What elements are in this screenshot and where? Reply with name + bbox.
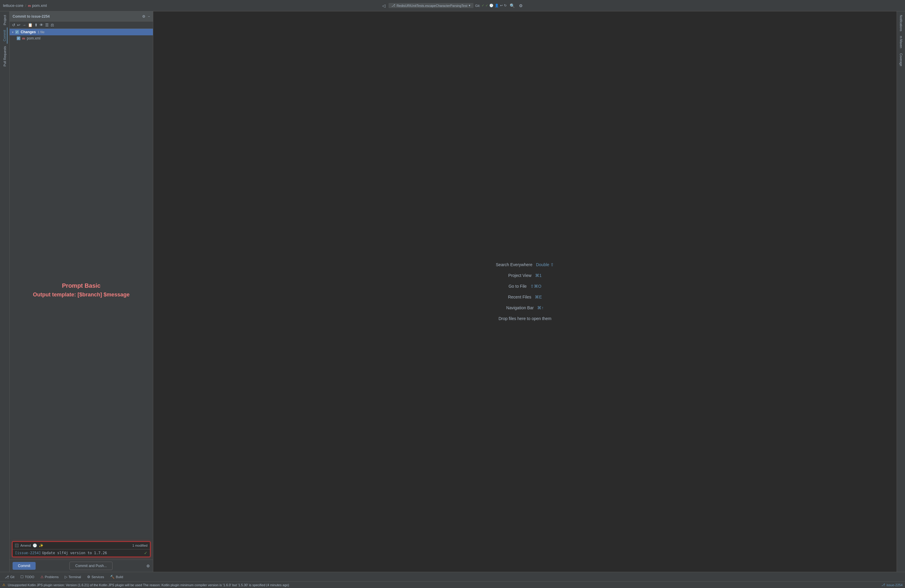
toolbar-list[interactable]: 📋 [28, 23, 33, 27]
tab-problems[interactable]: ⚠ Problems [38, 574, 61, 580]
shortcut-recent-files: Recent Files ⌘E [508, 295, 542, 299]
maven-icon: m [28, 4, 31, 8]
changes-checkbox[interactable]: ✓ [15, 30, 19, 34]
commit-button[interactable]: Commit [13, 562, 36, 570]
sidebar-tab-commit[interactable]: Commit [2, 27, 8, 44]
shortcut-project-view: Project View ⌘1 [508, 273, 541, 278]
commit-toolbar: ↺ ↩ → 📋 ⬆ 👁 ☰ ⚖ [10, 22, 153, 29]
amend-clock-icon: 🕐 [33, 544, 37, 548]
back-icon[interactable]: ◁ [381, 3, 387, 9]
modified-count: 1 modified [132, 544, 148, 547]
commit-close-icon[interactable]: − [148, 14, 150, 19]
status-bar: ⚠ Unsupported Kotlin JPS plugin version:… [0, 582, 905, 588]
problems-tab-icon: ⚠ [40, 575, 44, 579]
commit-panel: Commit to issue-2254 ⚙ − ↺ ↩ → 📋 ⬆ 👁 ☰ ⚖… [10, 11, 153, 572]
changes-chevron: ▾ [12, 30, 13, 34]
toolbar-forward[interactable]: → [22, 23, 26, 27]
git-status: Git: ✓ ✓ 🕐 👤 ↩ ↻ [475, 3, 506, 8]
toolbar-menu[interactable]: ☰ [45, 23, 49, 27]
main-layout: Project Commit Pull Requests Commit to i… [0, 11, 905, 572]
branch-selector[interactable]: ⎇ RedisURIUnitTests.escapeCharacterParsi… [389, 3, 473, 8]
title-bar: lettuce-core / m pom.xml ◁ ⎇ RedisURIUni… [0, 0, 905, 11]
changes-section: ▾ ✓ Changes 1 file ✓ m pom.xml [10, 29, 153, 41]
commit-settings-icon[interactable]: ⚙ [142, 14, 145, 19]
changes-header[interactable]: ▾ ✓ Changes 1 file [10, 29, 153, 35]
git-check-2: ✓ [486, 3, 488, 8]
commit-msg-row: [issue-2254] Update slf4j version to 1.7… [13, 549, 150, 556]
sidebar-tab-project[interactable]: Project [2, 13, 7, 27]
terminal-tab-label: Terminal [68, 575, 81, 579]
commit-panel-title: Commit to issue-2254 [13, 14, 50, 19]
shortcut-label-6: Drop files here to open them [499, 316, 552, 321]
bottom-tabs: ⎇ Git ☐ TODO ⚠ Problems ▷ Terminal ⚙ Ser… [0, 572, 905, 582]
services-tab-label: Services [92, 575, 104, 579]
file-item-pom[interactable]: ✓ m pom.xml [10, 35, 153, 41]
right-tab-coverage[interactable]: Coverage [899, 51, 903, 68]
msg-text: Update slf4j version to 1.7.26 [42, 551, 107, 555]
git-refresh: ↩ [500, 3, 503, 8]
settings-icon[interactable]: ⚙ [518, 3, 524, 9]
file-checkbox[interactable]: ✓ [17, 37, 21, 40]
branch-name: RedisURIUnitTests.escapeCharacterParsing… [397, 4, 467, 8]
services-tab-icon: ⚙ [87, 575, 90, 579]
git-clock: 🕐 [489, 3, 494, 8]
shortcut-label-2: Project View [508, 273, 532, 278]
breadcrumb-file: m pom.xml [28, 3, 47, 8]
search-icon[interactable]: 🔍 [508, 3, 516, 9]
amend-left: Amend 🕐 ✨ [15, 544, 43, 548]
shortcut-drop-files: Drop files here to open them [499, 316, 552, 321]
shortcut-label-3: Go to File [508, 284, 527, 289]
shortcut-key-1: Double ⇧ [536, 262, 554, 267]
git-tab-label: Git [10, 575, 14, 579]
status-message: Unsupported Kotlin JPS plugin version: V… [8, 583, 289, 587]
tab-services[interactable]: ⚙ Services [85, 574, 106, 580]
toolbar-eye[interactable]: 👁 [40, 23, 43, 27]
status-branch-name: issue-2254 [886, 583, 903, 587]
toolbar-center: ◁ ⎇ RedisURIUnitTests.escapeCharacterPar… [381, 3, 524, 9]
tab-git[interactable]: ⎇ Git [2, 574, 17, 580]
terminal-tab-icon: ▷ [65, 575, 67, 579]
toolbar-upload[interactable]: ⬆ [35, 23, 38, 27]
shortcut-key-3: ⇧⌘O [530, 284, 541, 289]
editor-area: Search Everywhere Double ⇧ Project View … [153, 11, 897, 572]
git-check-1: ✓ [481, 3, 484, 8]
right-tab-notifications[interactable]: Notifications [899, 13, 903, 33]
tab-build[interactable]: 🔨 Build [108, 574, 125, 580]
right-tab-maven[interactable]: m Maven [899, 33, 903, 51]
problems-tab-label: Problems [45, 575, 59, 579]
amend-checkbox[interactable] [15, 544, 19, 547]
file-maven-icon: m [22, 37, 25, 40]
amend-row: Amend 🕐 ✨ 1 modified [13, 542, 150, 549]
tab-terminal[interactable]: ▷ Terminal [62, 574, 84, 580]
todo-tab-label: TODO [25, 575, 35, 579]
tab-todo[interactable]: ☐ TODO [18, 574, 37, 580]
commit-panel-header: Commit to issue-2254 ⚙ − [10, 11, 153, 22]
shortcut-label-5: Navigation Bar [506, 305, 534, 310]
prompt-area: Prompt Basic Output template: [$branch] … [10, 41, 153, 539]
toolbar-undo[interactable]: ↩ [17, 23, 21, 27]
git-undo: ↻ [504, 3, 506, 8]
toolbar-refresh[interactable]: ↺ [12, 23, 15, 27]
amend-label: Amend [21, 544, 31, 547]
commit-push-button[interactable]: Commit and Push... [70, 562, 112, 570]
shortcut-key-2: ⌘1 [535, 273, 542, 278]
amend-magic-icon: ✨ [39, 544, 43, 548]
status-branch-right: ⎇ issue-2254 [881, 583, 903, 587]
changes-count: 1 file [38, 30, 44, 34]
shortcut-key-4: ⌘E [535, 295, 542, 299]
prompt-title: Prompt Basic [62, 282, 100, 289]
shortcut-search-everywhere: Search Everywhere Double ⇧ [496, 262, 554, 267]
shortcut-go-to-file: Go to File ⇧⌘O [508, 284, 541, 289]
sidebar-tab-pull-requests[interactable]: Pull Requests [2, 44, 7, 69]
status-branch-icon: ⎇ [881, 583, 885, 587]
toolbar-diff[interactable]: ⚖ [51, 23, 54, 27]
shortcut-label-1: Search Everywhere [496, 262, 532, 267]
left-sidebar: Project Commit Pull Requests [0, 11, 10, 572]
commit-footer-settings[interactable]: ⚙ [146, 564, 150, 568]
msg-checkmark: ✓ [144, 551, 148, 555]
commit-message-section: Amend 🕐 ✨ 1 modified [issue-2254] Update… [12, 541, 151, 557]
status-warning-icon: ⚠ [2, 583, 5, 587]
changes-label: Changes [21, 30, 36, 34]
branch-chevron: ▾ [468, 3, 470, 8]
branch-tag: [issue-2254] [15, 551, 41, 555]
